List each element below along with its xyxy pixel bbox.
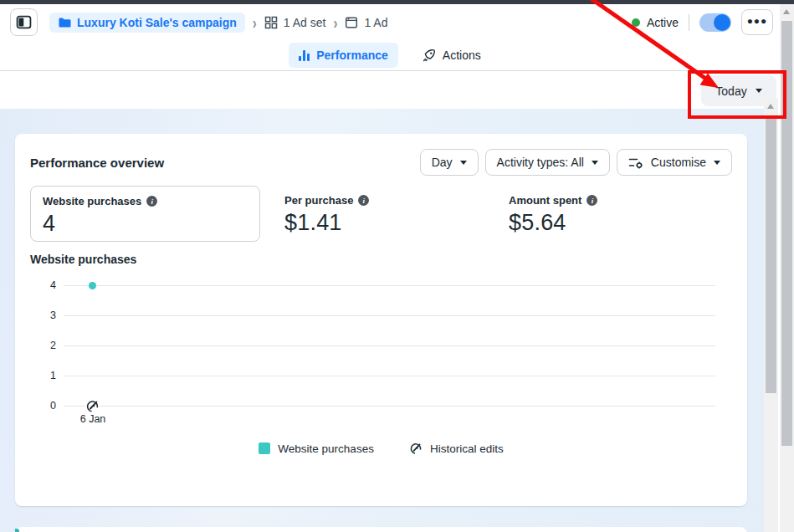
card-title: Performance overview — [30, 156, 164, 170]
chevron-right-icon: › — [253, 13, 257, 31]
gridline-row: 2 — [30, 340, 715, 351]
legend-label: Historical edits — [430, 442, 504, 455]
customise-sliders-icon — [628, 156, 643, 169]
metric-amount-spent[interactable]: Amount spent i $5.64 — [497, 186, 609, 242]
tab-bar: Performance Actions — [0, 40, 780, 71]
gridline — [64, 345, 715, 346]
active-status-dot-icon — [632, 18, 640, 27]
sidebar-toggle-button[interactable] — [10, 8, 38, 36]
historical-edits-icon — [409, 442, 423, 455]
metrics-row: Website purchases i 4 Per purchase i $1.… — [30, 186, 732, 242]
breadcrumb: Luxury Koti Sale's campaign › 1 Ad set › — [49, 13, 387, 33]
outer-scrollbar[interactable] — [780, 4, 794, 532]
y-axis-tick: 0 — [30, 400, 64, 412]
metric-website-purchases[interactable]: Website purchases i 4 — [30, 186, 260, 242]
gridline — [64, 376, 715, 376]
metric-value: $1.41 — [284, 210, 485, 236]
breadcrumb-adset-label: 1 Ad set — [284, 16, 326, 29]
status-label: Active — [647, 16, 679, 29]
breadcrumb-campaign[interactable]: Luxury Koti Sale's campaign — [49, 13, 245, 33]
ad-set-icon — [264, 16, 278, 29]
tab-performance[interactable]: Performance — [289, 43, 398, 68]
metric-label-row: Amount spent i — [509, 194, 597, 207]
legend-swatch-icon — [259, 442, 270, 454]
chart-controls: Day Activity types: All Customise — [420, 149, 732, 176]
breadcrumb-ad-label: 1 Ad — [364, 16, 387, 29]
chevron-down-icon — [592, 161, 598, 165]
status-indicator: Active — [632, 16, 679, 29]
sidebar-icon — [16, 14, 32, 30]
tab-actions-label: Actions — [443, 49, 481, 62]
top-window-bar — [0, 0, 794, 4]
tab-actions[interactable]: Actions — [412, 43, 491, 69]
metric-label: Website purchases — [43, 195, 141, 207]
legend-label: Website purchases — [278, 442, 374, 455]
performance-overview-card: Performance overview Day Activity types:… — [15, 134, 747, 506]
bar-chart-icon — [299, 50, 310, 61]
info-icon[interactable]: i — [358, 195, 369, 206]
website-purchases-chart: 4 3 2 1 0 — [30, 279, 732, 423]
chart-title: Website purchases — [30, 253, 732, 266]
y-axis-tick: 2 — [30, 340, 64, 351]
gridline — [64, 406, 715, 407]
vertical-divider — [689, 14, 689, 31]
metric-label-row: Per purchase i — [284, 194, 485, 207]
interval-label: Day — [432, 156, 453, 169]
ellipsis-icon: ●●● — [747, 15, 768, 27]
scrollbar-thumb[interactable] — [781, 21, 792, 446]
next-section-card — [15, 527, 747, 532]
inner-scrollbar[interactable] — [764, 99, 778, 532]
metric-per-purchase[interactable]: Per purchase i $1.41 — [273, 186, 497, 242]
metric-label: Per purchase — [284, 194, 353, 207]
ads-manager-screen: Luxury Koti Sale's campaign › 1 Ad set › — [0, 0, 794, 532]
data-point-website-purchases[interactable] — [89, 282, 96, 289]
x-axis-label: 6 Jan — [71, 413, 115, 425]
customise-dropdown[interactable]: Customise — [617, 149, 732, 176]
chevron-down-icon — [460, 161, 467, 165]
content-area: Performance overview Day Activity types:… — [0, 109, 764, 532]
breadcrumb-campaign-label: Luxury Koti Sale's campaign — [77, 16, 237, 29]
breadcrumb-ad[interactable]: 1 Ad — [345, 16, 387, 29]
gridline-row: 3 — [30, 309, 715, 321]
gridline-row: 1 — [30, 370, 715, 381]
gridline — [64, 315, 715, 316]
rocket-icon — [422, 49, 436, 63]
ad-icon — [345, 16, 358, 29]
teal-accent-bar — [15, 529, 19, 532]
more-options-button[interactable]: ●●● — [741, 9, 773, 35]
date-range-label: Today — [715, 84, 746, 98]
header: Luxury Koti Sale's campaign › 1 Ad set › — [0, 4, 780, 40]
gridline-row: 0 — [30, 400, 715, 412]
chart-legend: Website purchases Historical edits — [30, 442, 732, 455]
header-right-controls: Active ●●● — [632, 9, 773, 35]
customise-label: Customise — [651, 156, 706, 169]
scrollbar-thumb[interactable] — [766, 117, 776, 393]
metric-label-row: Website purchases i — [43, 195, 248, 207]
metric-label: Amount spent — [509, 194, 581, 207]
scroll-up-arrow-icon[interactable] — [767, 104, 774, 109]
activity-types-label: Activity types: All — [497, 156, 584, 169]
y-axis-tick: 4 — [30, 279, 64, 291]
legend-item-website-purchases: Website purchases — [259, 442, 374, 455]
chevron-down-icon — [714, 161, 720, 165]
tab-performance-label: Performance — [316, 49, 388, 62]
campaign-active-toggle[interactable] — [699, 13, 731, 32]
historical-edit-marker-icon[interactable] — [85, 399, 100, 413]
y-axis-tick: 1 — [30, 370, 64, 381]
legend-item-historical-edits: Historical edits — [409, 442, 504, 455]
activity-types-dropdown[interactable]: Activity types: All — [485, 149, 610, 176]
card-header: Performance overview Day Activity types:… — [30, 149, 732, 176]
info-icon[interactable]: i — [587, 195, 597, 206]
folder-icon — [58, 16, 71, 29]
scroll-up-arrow-icon[interactable] — [783, 9, 790, 14]
toggle-knob — [714, 14, 730, 31]
interval-dropdown[interactable]: Day — [420, 149, 479, 176]
info-icon[interactable]: i — [146, 196, 157, 207]
gridline-row: 4 — [30, 279, 715, 291]
chevron-right-icon: › — [333, 13, 337, 31]
chevron-down-icon — [756, 89, 762, 93]
metric-value: 4 — [43, 211, 248, 237]
gridline — [64, 285, 715, 286]
breadcrumb-adset[interactable]: 1 Ad set — [264, 16, 326, 29]
y-axis-tick: 3 — [30, 309, 64, 321]
